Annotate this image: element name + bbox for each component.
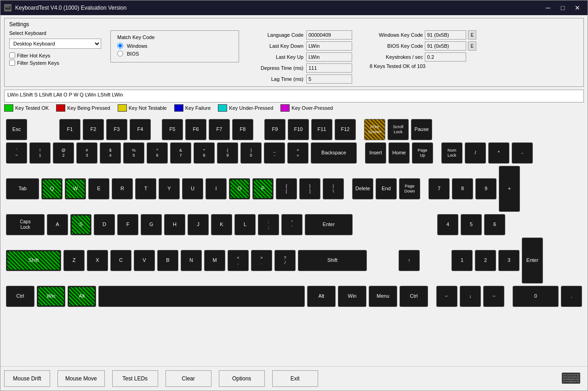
- key-f6[interactable]: F6: [185, 119, 206, 140]
- key-w[interactable]: W: [65, 178, 86, 199]
- key-v[interactable]: V: [134, 250, 155, 271]
- key-equals[interactable]: +=: [287, 142, 308, 164]
- key-9[interactable]: (9: [217, 142, 238, 164]
- filter-system-keys-checkbox[interactable]: [9, 60, 15, 66]
- key-minus[interactable]: _-: [264, 142, 285, 164]
- key-right[interactable]: →: [483, 286, 504, 307]
- key-lwin[interactable]: Win: [37, 286, 65, 307]
- key-down[interactable]: ↓: [460, 286, 481, 307]
- key-s[interactable]: S: [70, 214, 91, 235]
- key-n[interactable]: N: [181, 250, 202, 271]
- key-home[interactable]: Home: [388, 142, 410, 164]
- key-period[interactable]: >.: [251, 250, 272, 271]
- key-end[interactable]: End: [376, 178, 397, 199]
- key-t[interactable]: T: [135, 178, 156, 199]
- key-f8[interactable]: F8: [232, 119, 253, 140]
- keyboard-dropdown[interactable]: Desktop Keyboard Laptop Keyboard: [9, 39, 101, 49]
- depress-time-input[interactable]: [306, 63, 352, 73]
- maximize-button[interactable]: □: [556, 2, 569, 13]
- key-tab[interactable]: Tab: [6, 178, 39, 199]
- key-f3[interactable]: F3: [106, 119, 127, 140]
- key-f4[interactable]: F4: [130, 119, 151, 140]
- key-e[interactable]: E: [88, 178, 109, 199]
- key-2[interactable]: @2: [53, 142, 74, 164]
- key-7[interactable]: &7: [170, 142, 191, 164]
- last-key-up-input[interactable]: [306, 52, 352, 62]
- key-f2[interactable]: F2: [83, 119, 104, 140]
- key-rbracket[interactable]: }]: [299, 178, 320, 199]
- filter-hot-keys-checkbox[interactable]: [9, 52, 15, 58]
- key-f[interactable]: F: [117, 214, 138, 235]
- key-z[interactable]: Z: [63, 250, 85, 271]
- key-num-4[interactable]: 4: [437, 214, 458, 235]
- key-caps-lock[interactable]: CapsLock: [6, 214, 45, 235]
- key-esc[interactable]: Esc: [6, 119, 27, 140]
- key-3[interactable]: #3: [76, 142, 97, 164]
- key-rctrl[interactable]: Ctrl: [400, 286, 428, 307]
- key-u[interactable]: U: [182, 178, 203, 199]
- test-leds-button[interactable]: Test LEDs: [112, 370, 158, 387]
- key-lshift[interactable]: Shift: [6, 250, 61, 271]
- key-scroll-lock[interactable]: ScrollLock: [388, 119, 409, 140]
- key-num-1[interactable]: 1: [451, 250, 473, 271]
- radio-windows-input[interactable]: [117, 43, 123, 49]
- options-button[interactable]: Options: [219, 370, 265, 387]
- key-g[interactable]: G: [141, 214, 162, 235]
- key-print-screen[interactable]: PrintScreen: [364, 119, 385, 140]
- language-code-input[interactable]: [306, 30, 352, 40]
- key-space[interactable]: [98, 286, 305, 307]
- key-r[interactable]: R: [112, 178, 133, 199]
- key-num-slash[interactable]: /: [465, 142, 486, 164]
- key-1[interactable]: !1: [29, 142, 51, 164]
- key-lalt[interactable]: Alt: [68, 286, 96, 307]
- key-num-enter[interactable]: Enter: [522, 238, 543, 283]
- mouse-drift-button[interactable]: Mouse Drift: [4, 370, 50, 387]
- key-num-lock[interactable]: NumLock: [441, 142, 462, 164]
- key-c[interactable]: C: [110, 250, 131, 271]
- key-ralt[interactable]: Alt: [307, 286, 336, 307]
- key-f7[interactable]: F7: [209, 119, 230, 140]
- key-0[interactable]: )0: [240, 142, 262, 164]
- key-pause[interactable]: Pause: [411, 119, 432, 140]
- key-rshift[interactable]: Shift: [298, 250, 367, 271]
- key-o[interactable]: O: [229, 178, 250, 199]
- key-backtick[interactable]: `~: [6, 142, 27, 164]
- key-f9[interactable]: F9: [264, 119, 285, 140]
- key-left[interactable]: ←: [436, 286, 457, 307]
- bios-key-code-e-btn[interactable]: E: [468, 41, 476, 51]
- exit-button[interactable]: Exit: [272, 370, 318, 387]
- key-num-6[interactable]: 6: [484, 214, 505, 235]
- key-num-0[interactable]: 0: [513, 286, 559, 307]
- last-key-down-input[interactable]: [306, 41, 352, 51]
- key-f5[interactable]: F5: [162, 119, 183, 140]
- key-rwin[interactable]: Win: [338, 286, 366, 307]
- radio-bios-input[interactable]: [117, 51, 123, 57]
- key-lbracket[interactable]: {[: [276, 178, 297, 199]
- bios-key-code-input[interactable]: [425, 41, 466, 51]
- key-up[interactable]: ↑: [399, 250, 420, 271]
- key-8[interactable]: *8: [194, 142, 215, 164]
- key-h[interactable]: H: [164, 214, 185, 235]
- key-menu[interactable]: Menu: [369, 286, 397, 307]
- key-l[interactable]: L: [234, 214, 256, 235]
- key-y[interactable]: Y: [159, 178, 180, 199]
- key-4[interactable]: $4: [100, 142, 121, 164]
- key-num-dot[interactable]: .: [561, 286, 582, 307]
- key-q[interactable]: Q: [41, 178, 63, 199]
- key-i[interactable]: I: [206, 178, 227, 199]
- key-p[interactable]: P: [252, 178, 274, 199]
- windows-key-code-input[interactable]: [425, 30, 466, 40]
- key-x[interactable]: X: [87, 250, 108, 271]
- key-backspace[interactable]: Backspace: [311, 142, 357, 164]
- key-num-8[interactable]: 8: [452, 178, 473, 199]
- key-num-minus[interactable]: -: [512, 142, 533, 164]
- key-f10[interactable]: F10: [288, 119, 309, 140]
- key-m[interactable]: M: [204, 250, 225, 271]
- key-k[interactable]: K: [211, 214, 232, 235]
- key-delete[interactable]: Delete: [352, 178, 373, 199]
- key-comma[interactable]: <,: [228, 250, 249, 271]
- minimize-button[interactable]: ─: [542, 2, 554, 13]
- key-f11[interactable]: F11: [311, 119, 332, 140]
- key-slash[interactable]: ?/: [274, 250, 296, 271]
- key-6[interactable]: ^6: [147, 142, 168, 164]
